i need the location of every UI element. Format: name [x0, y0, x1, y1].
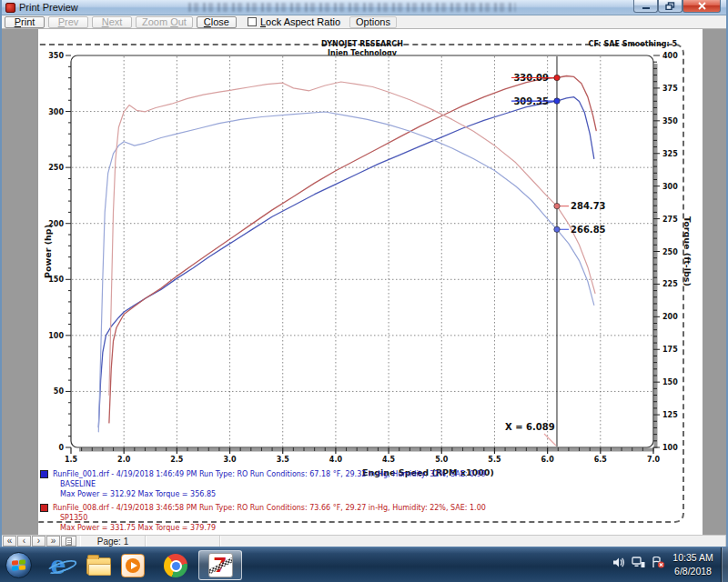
taskbar: e 7: [0, 547, 728, 582]
taskbar-item-internet-explorer[interactable]: e: [45, 553, 72, 578]
restore-icon: [665, 2, 675, 10]
windows-logo-icon: [12, 559, 25, 571]
run-maxima: Max Power = 312.92 Max Torque = 356.85: [53, 489, 486, 499]
close-icon: [698, 2, 706, 10]
run-swatch-red: [40, 504, 48, 512]
run-info-row: RunFile_001.drf - 4/19/2018 1:46:49 PM R…: [40, 469, 486, 499]
legend-row: RunFile_001.drf Max Power = 312.92 Max T…: [78, 60, 314, 68]
run-swatch-blue: [40, 470, 48, 478]
page-setup-button[interactable]: [61, 536, 76, 547]
chart-subtitle: Injen Technology: [71, 49, 653, 58]
clock-date: 6/8/2018: [667, 565, 719, 578]
correction-smoothing-label: CF: SAE Smoothing: 5: [589, 40, 677, 48]
statusbar: « ‹ › » Page: 1: [2, 535, 726, 547]
screen: Print Preview Print Prev Next Zoom Out C…: [0, 0, 728, 582]
run-conditions: RunFile_008.drf - 4/19/2018 3:46:58 PM R…: [53, 503, 486, 513]
page-indicator: Page: 1: [80, 536, 146, 547]
close-preview-button[interactable]: Close: [197, 16, 237, 28]
show-desktop-button[interactable]: [721, 547, 728, 582]
prev-page-button[interactable]: ‹: [17, 536, 31, 547]
prev-button[interactable]: Prev: [48, 16, 88, 28]
chrome-icon: [164, 554, 187, 577]
run-maxima: Max Power = 331.75 Max Torque = 379.79: [53, 523, 486, 533]
taskbar-item-file-explorer[interactable]: [85, 553, 112, 578]
status-cell: [220, 536, 726, 547]
toolbar: Print Prev Next Zoom Out Close Lock Aspe…: [2, 15, 726, 29]
network-icon[interactable]: [632, 557, 645, 568]
legend-swatch-blue: [78, 61, 85, 67]
action-center-flag-icon[interactable]: [652, 557, 665, 568]
window-title: Print Preview: [19, 2, 78, 13]
lock-aspect-ratio-label: Lock Aspect Ratio: [260, 16, 340, 27]
first-page-button[interactable]: «: [3, 536, 16, 547]
media-player-icon: [121, 554, 145, 577]
clock-time: 10:35 AM: [667, 551, 719, 565]
print-page: DYNOJET RESEARCH Injen Technology CF: SA…: [38, 29, 703, 535]
taskbar-item-winpep-active[interactable]: 7: [198, 550, 242, 580]
restore-button[interactable]: [658, 0, 682, 13]
preview-workspace: DYNOJET RESEARCH Injen Technology CF: SA…: [2, 29, 726, 535]
volume-icon[interactable]: [612, 557, 625, 568]
taskbar-clock[interactable]: 10:35 AM 6/8/2018: [667, 551, 719, 578]
next-page-button[interactable]: ›: [32, 536, 46, 547]
system-tray: [612, 557, 665, 568]
next-button[interactable]: Next: [92, 16, 132, 28]
run-conditions: RunFile_001.drf - 4/19/2018 1:46:49 PM R…: [53, 469, 486, 479]
chart-brand: DYNOJET RESEARCH: [71, 40, 653, 49]
titlebar-ghost-text: [188, 3, 516, 12]
taskbar-item-media-player[interactable]: [119, 553, 147, 578]
status-cell: [146, 536, 220, 547]
app-icon: [5, 3, 15, 13]
internet-explorer-icon: e: [50, 554, 66, 577]
run-label: SP1350: [53, 513, 486, 523]
taskbar-item-chrome[interactable]: [162, 553, 189, 578]
page-icon: [66, 537, 72, 546]
titlebar[interactable]: Print Preview: [2, 0, 726, 15]
legend-swatch-red: [78, 69, 85, 75]
dynojet-winpep-icon: 7: [208, 553, 233, 577]
minimize-icon: [642, 3, 651, 10]
folder-icon: [86, 557, 111, 575]
lock-aspect-ratio-checkbox[interactable]: [248, 17, 257, 26]
chart-legend: RunFile_001.drf Max Power = 312.92 Max T…: [78, 60, 314, 76]
page-margin-border: [38, 44, 684, 523]
legend-row: RunFile_008.drf Max Power = 331.75 Max T…: [78, 68, 314, 76]
print-button[interactable]: Print: [5, 16, 45, 28]
run-label: BASELINE: [53, 479, 486, 489]
minimize-button[interactable]: [633, 0, 658, 13]
last-page-button[interactable]: »: [46, 536, 60, 547]
print-preview-window: Print Preview Print Prev Next Zoom Out C…: [0, 0, 728, 547]
options-button[interactable]: Options: [349, 16, 397, 28]
run-info-row: RunFile_008.drf - 4/19/2018 3:46:58 PM R…: [40, 503, 486, 533]
close-button[interactable]: [682, 0, 721, 13]
start-button[interactable]: [5, 552, 32, 578]
zoom-out-button[interactable]: Zoom Out: [136, 16, 193, 28]
run-info-block: RunFile_001.drf - 4/19/2018 1:46:49 PM R…: [40, 469, 486, 535]
